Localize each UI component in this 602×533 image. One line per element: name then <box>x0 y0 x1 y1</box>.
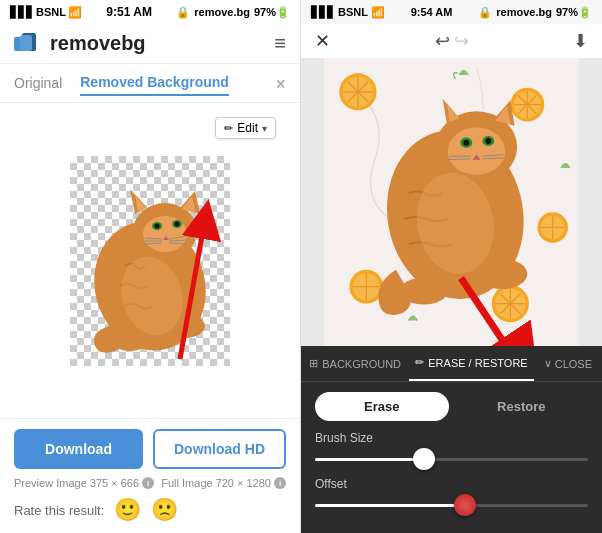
toolbar-tabs: ⊞ BACKGROUND ✏ ERASE / RESTORE ∨ CLOSE <box>301 346 602 382</box>
chevron-down-icon: ▾ <box>262 123 267 134</box>
tab-close-icon[interactable]: × <box>275 74 286 95</box>
brush-size-label: Brush Size <box>315 431 588 445</box>
erase-button[interactable]: Erase <box>315 392 449 421</box>
left-panel: ▋▋▋ BSNL 📶 9:51 AM 🔒 remove.bg 97%🔋 remo… <box>0 0 301 533</box>
info-row: Preview Image 375 × 666 i Full Image 720… <box>14 477 286 489</box>
rate-row: Rate this result: 🙂 🙁 <box>14 497 286 523</box>
layers-icon: ⊞ <box>309 357 318 370</box>
right-lock-icon: 🔒 <box>478 6 492 19</box>
svg-point-70 <box>476 259 527 289</box>
restore-button[interactable]: Restore <box>455 392 589 421</box>
svg-point-63 <box>485 138 491 144</box>
battery-icon: 97%🔋 <box>254 6 290 19</box>
carrier-name: BSNL <box>36 6 66 18</box>
left-url: remove.bg <box>194 6 250 18</box>
tab-erase-restore[interactable]: ✏ ERASE / RESTORE <box>409 346 533 381</box>
tab-background[interactable]: ⊞ BACKGROUND <box>301 346 409 381</box>
erase-restore-row: Erase Restore <box>301 382 602 427</box>
cat-image <box>70 156 230 366</box>
logo-area: removebg <box>14 32 146 55</box>
image-area: ✏ Edit ▾ <box>0 103 300 418</box>
tabs-row: Original Removed Background × <box>0 64 300 103</box>
offset-label: Offset <box>315 477 588 491</box>
offset-thumb[interactable] <box>454 494 476 516</box>
tab-background-label: BACKGROUND <box>322 358 401 370</box>
chevron-down-icon: ∨ <box>544 357 552 370</box>
offset-track-fill <box>315 504 465 507</box>
right-battery-icon: 97%🔋 <box>556 6 592 19</box>
right-carrier: ▋▋▋ BSNL 📶 <box>311 6 385 19</box>
full-info-icon[interactable]: i <box>274 477 286 489</box>
full-info: Full Image 720 × 1280 i <box>161 477 286 489</box>
svg-point-22 <box>112 331 148 351</box>
right-carrier-name: BSNL <box>338 6 368 18</box>
svg-point-62 <box>463 140 469 146</box>
hamburger-menu[interactable]: ≡ <box>274 32 286 55</box>
tab-removed-bg[interactable]: Removed Background <box>80 74 229 96</box>
right-image-svg <box>301 58 602 346</box>
left-carrier: ▋▋▋ BSNL 📶 <box>10 6 82 19</box>
download-button[interactable]: Download <box>14 429 143 469</box>
right-image-area <box>301 58 602 346</box>
preview-info: Preview Image 375 × 666 i <box>14 477 154 489</box>
bottom-toolbar: ⊞ BACKGROUND ✏ ERASE / RESTORE ∨ CLOSE E… <box>301 346 602 533</box>
offset-slider[interactable] <box>315 495 588 515</box>
rate-label: Rate this result: <box>14 503 104 518</box>
right-url: remove.bg <box>496 6 552 18</box>
battery-pct: 97% <box>254 6 276 18</box>
right-panel: ▋▋▋ BSNL 📶 9:54 AM 🔒 remove.bg 97%🔋 ✕ ↩ … <box>301 0 602 533</box>
close-label: CLOSE <box>555 358 592 370</box>
full-size: 720 × 1280 <box>216 477 271 489</box>
left-time: 9:51 AM <box>106 5 152 19</box>
right-nav: ✕ ↩ ↪ ⬇ <box>301 24 602 58</box>
logo-text: removebg <box>50 32 146 55</box>
right-battery-pct: 97% <box>556 6 578 18</box>
edit-label: Edit <box>237 121 258 135</box>
right-wifi-icon: 📶 <box>371 6 385 18</box>
right-battery: 🔒 remove.bg 97%🔋 <box>478 6 592 19</box>
bottom-actions: Download Download HD Preview Image 375 ×… <box>0 418 300 533</box>
redo-icon[interactable]: ↪ <box>454 30 469 52</box>
wifi-icon: 📶 <box>68 6 82 19</box>
preview-info-icon[interactable]: i <box>142 477 154 489</box>
preview-size: 375 × 666 <box>90 477 139 489</box>
happy-emoji-button[interactable]: 🙂 <box>114 497 141 523</box>
right-status-bar: ▋▋▋ BSNL 📶 9:54 AM 🔒 remove.bg 97%🔋 <box>301 0 602 24</box>
tab-original[interactable]: Original <box>14 75 62 95</box>
svg-point-12 <box>155 223 160 228</box>
brush-size-slider[interactable] <box>315 449 588 469</box>
nav-actions: ↩ ↪ <box>435 30 469 52</box>
lock-icon: 🔒 <box>176 6 190 19</box>
right-signal-icon: ▋▋▋ <box>311 6 335 18</box>
brush-track-fill <box>315 458 424 461</box>
full-label: Full Image <box>161 477 212 489</box>
svg-rect-2 <box>20 35 32 51</box>
svg-point-59 <box>448 127 506 174</box>
left-status-bar: ▋▋▋ BSNL 📶 9:51 AM 🔒 remove.bg 97%🔋 <box>0 0 300 24</box>
undo-icon[interactable]: ↩ <box>435 30 450 52</box>
eraser-icon: ✏ <box>415 356 424 369</box>
signal-bars-icon: ▋▋▋ <box>10 6 34 19</box>
cat-svg <box>70 156 230 366</box>
pencil-icon: ✏ <box>224 122 233 135</box>
sad-emoji-button[interactable]: 🙁 <box>151 497 178 523</box>
close-toolbar-button[interactable]: ∨ CLOSE <box>534 346 602 381</box>
preview-label: Preview Image <box>14 477 87 489</box>
brush-thumb[interactable] <box>413 448 435 470</box>
svg-point-13 <box>175 221 180 226</box>
close-editor-icon[interactable]: ✕ <box>315 30 330 52</box>
save-download-icon[interactable]: ⬇ <box>573 30 588 52</box>
left-nav-bar: removebg ≡ <box>0 24 300 64</box>
button-row: Download Download HD <box>14 429 286 469</box>
edit-button[interactable]: ✏ Edit ▾ <box>215 117 276 139</box>
right-time: 9:54 AM <box>411 6 453 18</box>
left-right-status: 🔒 remove.bg 97%🔋 <box>176 6 290 19</box>
tab-erase-label: ERASE / RESTORE <box>428 357 527 369</box>
logo-icon <box>14 33 42 55</box>
slider-section: Brush Size Offset <box>301 427 602 533</box>
download-hd-button[interactable]: Download HD <box>153 429 286 469</box>
